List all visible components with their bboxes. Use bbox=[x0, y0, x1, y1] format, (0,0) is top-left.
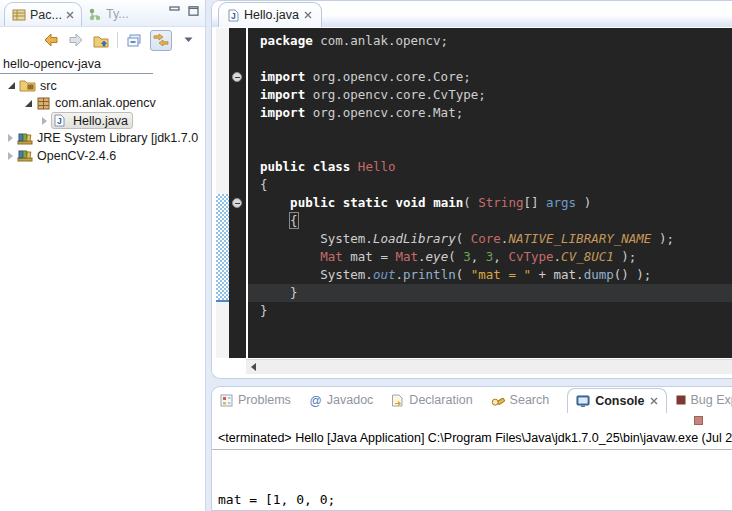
code-line: { bbox=[260, 212, 732, 230]
code-line: import org.opencv.core.Core; bbox=[260, 68, 732, 86]
minimize-icon[interactable] bbox=[169, 6, 180, 16]
annotation-ruler[interactable] bbox=[216, 28, 229, 358]
code-line bbox=[260, 122, 732, 140]
go-up-button[interactable] bbox=[92, 31, 110, 49]
source-folder-icon bbox=[19, 79, 36, 92]
code-line: } bbox=[260, 302, 732, 320]
project-tree: src com.anlak.opencv J Hello.java bbox=[0, 77, 205, 165]
package-explorer-icon bbox=[12, 8, 26, 22]
tree-item-jre-library[interactable]: JRE System Library [jdk1.7.0 bbox=[0, 130, 205, 148]
tree-item-src[interactable]: src bbox=[0, 77, 205, 95]
search-icon bbox=[491, 394, 505, 407]
code-line: Mat mat = Mat.eye( 3, 3, CvType.CV_8UC1 … bbox=[260, 248, 732, 266]
expand-arrow-icon[interactable] bbox=[25, 100, 32, 107]
forward-button[interactable] bbox=[67, 31, 85, 49]
tree-item-label: com.anlak.opencv bbox=[55, 96, 156, 110]
tree-item-label: OpenCV-2.4.6 bbox=[37, 149, 116, 163]
code-editor[interactable]: package com.anlak.opencv; import org.ope… bbox=[248, 28, 732, 358]
tree-item-label: src bbox=[40, 79, 57, 93]
console-output[interactable]: mat = [1, 0, 0; 0, 1, 0; 0, 0, 1] bbox=[212, 450, 732, 511]
editor-tabbar: J Hello.java bbox=[212, 1, 732, 28]
tab-type-hierarchy[interactable]: Ty... bbox=[82, 2, 136, 26]
back-button[interactable] bbox=[42, 31, 60, 49]
console-icon bbox=[576, 395, 590, 408]
close-icon[interactable] bbox=[650, 397, 658, 405]
tab-search[interactable]: Search bbox=[491, 393, 559, 407]
tab-javadoc-label: Javadoc bbox=[327, 393, 374, 407]
code-line: import org.opencv.core.Mat; bbox=[260, 104, 732, 122]
folding-ruler[interactable] bbox=[229, 28, 246, 358]
view-menu-button[interactable] bbox=[179, 31, 197, 49]
close-icon[interactable] bbox=[66, 11, 74, 19]
collapse-all-button[interactable] bbox=[125, 31, 143, 49]
tab-bug-explorer[interactable]: Bug Explorer bbox=[676, 393, 732, 407]
code-line bbox=[260, 50, 732, 68]
declaration-icon bbox=[391, 394, 404, 407]
bug-square-icon bbox=[676, 395, 686, 405]
selected-row-highlight: J Hello.java bbox=[51, 112, 133, 129]
terminate-icon[interactable] bbox=[694, 416, 703, 425]
horizontal-scrollbar-row bbox=[212, 358, 732, 374]
range-indicator bbox=[216, 194, 229, 302]
bottom-view-tabbar: Problems @ Javadoc Declaration Search bbox=[212, 387, 732, 413]
project-header-underline bbox=[0, 73, 153, 74]
code-line: } bbox=[248, 284, 732, 302]
code-line: { bbox=[260, 176, 732, 194]
collapse-all-icon bbox=[126, 33, 142, 48]
tree-item-label: Hello.java bbox=[73, 114, 128, 128]
collapse-arrow-icon[interactable] bbox=[8, 134, 13, 142]
problems-icon bbox=[220, 394, 233, 407]
console-output-line: mat = [1, 0, 0; bbox=[218, 490, 726, 509]
forward-arrow-icon bbox=[68, 33, 84, 47]
tab-package-explorer[interactable]: Pac... bbox=[4, 2, 82, 26]
svg-text:@: @ bbox=[309, 394, 321, 407]
scroll-left-icon[interactable] bbox=[251, 363, 256, 371]
tab-console[interactable]: Console bbox=[567, 388, 666, 413]
tab-declaration-label: Declaration bbox=[409, 393, 472, 407]
tab-problems-label: Problems bbox=[238, 393, 291, 407]
tab-problems[interactable]: Problems bbox=[220, 393, 300, 407]
editor-body: package com.anlak.opencv; import org.ope… bbox=[212, 28, 732, 358]
left-view-tabbar: Pac... Ty... bbox=[0, 0, 205, 27]
library-icon bbox=[17, 149, 33, 162]
link-with-editor-icon bbox=[153, 33, 169, 47]
svg-text:J: J bbox=[231, 11, 236, 21]
code-line: import org.opencv.core.CvType; bbox=[260, 86, 732, 104]
link-with-editor-button[interactable] bbox=[150, 30, 172, 51]
tree-item-hello-java[interactable]: J Hello.java bbox=[0, 112, 205, 130]
tab-declaration[interactable]: Declaration bbox=[391, 393, 481, 407]
java-file-icon: J bbox=[54, 114, 65, 127]
close-icon[interactable] bbox=[304, 11, 312, 19]
package-explorer-toolbar bbox=[0, 27, 205, 53]
package-explorer-view: Pac... Ty... bbox=[0, 0, 206, 511]
chevron-down-icon bbox=[184, 37, 193, 43]
code-line: System.LoadLibrary( Core.NATIVE_LIBRARY_… bbox=[260, 230, 732, 248]
code-line: package com.anlak.opencv; bbox=[260, 32, 732, 50]
fold-collapse-icon[interactable] bbox=[232, 198, 242, 208]
horizontal-scrollbar[interactable] bbox=[246, 359, 732, 374]
maximize-icon[interactable] bbox=[188, 6, 199, 16]
project-header[interactable]: hello-opencv-java bbox=[0, 53, 205, 73]
fold-collapse-icon[interactable] bbox=[232, 72, 242, 82]
editor-area: J Hello.java package com.anlak.opencv; i… bbox=[211, 0, 732, 379]
tab-search-label: Search bbox=[510, 393, 550, 407]
code-line: public static void main( String[] args ) bbox=[260, 194, 732, 212]
java-file-icon: J bbox=[228, 9, 239, 22]
tab-hello-java[interactable]: J Hello.java bbox=[218, 2, 322, 27]
tab-javadoc[interactable]: @ Javadoc bbox=[309, 393, 383, 407]
tree-item-label: JRE System Library [jdk1.7.0 bbox=[37, 131, 198, 145]
tab-package-explorer-label: Pac... bbox=[30, 8, 62, 22]
folder-up-icon bbox=[93, 33, 110, 48]
tree-item-opencv-library[interactable]: OpenCV-2.4.6 bbox=[0, 147, 205, 165]
editor-tab-label: Hello.java bbox=[244, 8, 299, 22]
svg-text:J: J bbox=[57, 116, 62, 126]
collapse-arrow-icon[interactable] bbox=[42, 117, 47, 125]
tab-bug-explorer-label: Bug Explorer bbox=[691, 393, 732, 407]
console-status-line: <terminated> Hello [Java Application] C:… bbox=[212, 429, 732, 450]
tree-item-package[interactable]: com.anlak.opencv bbox=[0, 95, 205, 113]
collapse-arrow-icon[interactable] bbox=[8, 152, 13, 160]
console-toolbar bbox=[212, 413, 732, 429]
library-icon bbox=[17, 132, 33, 145]
code-line: public class Hello bbox=[260, 158, 732, 176]
expand-arrow-icon[interactable] bbox=[8, 82, 15, 89]
